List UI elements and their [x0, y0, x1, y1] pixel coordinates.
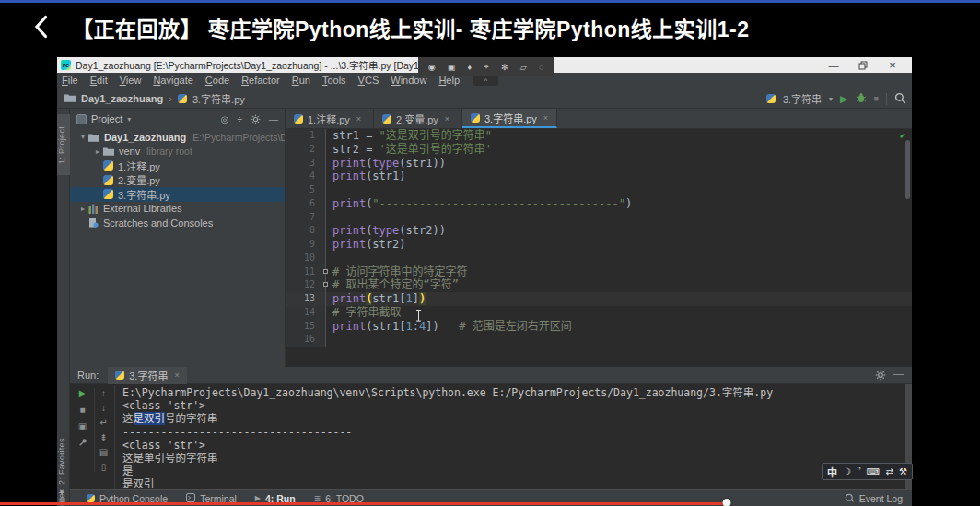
editor-tab-3.字符串.py[interactable]: 3.字符串.py× [462, 109, 557, 128]
rerun-button[interactable]: ▶ [79, 388, 87, 398]
debug-button[interactable] [856, 92, 867, 105]
menu-edit[interactable]: Edit [90, 75, 108, 86]
locate-icon[interactable]: ◎ [221, 114, 229, 124]
stop-button[interactable]: ■ [79, 405, 85, 415]
settings-icon[interactable] [251, 114, 261, 124]
stop-button[interactable]: ■ [874, 94, 879, 103]
code-line-4[interactable]: 4print(str1) [286, 170, 912, 183]
close-icon[interactable]: × [174, 371, 179, 380]
console-output[interactable]: E:\PycharmProjects\Day1_zaozhuang\venv\S… [114, 385, 904, 489]
code-line-16[interactable]: 16 [286, 333, 912, 347]
editor-tab-1.注释.py[interactable]: 1.注释.py× [286, 109, 374, 128]
soft-wrap-button[interactable]: ↵ [99, 418, 107, 428]
run-config-selector[interactable]: 3.字符串 [783, 91, 822, 106]
line-number[interactable]: 15 [286, 320, 326, 334]
menu-navigate[interactable]: Navigate [153, 75, 192, 86]
line-number[interactable]: 2 [286, 143, 326, 157]
line-number[interactable]: 7 [286, 211, 326, 225]
settings-icon[interactable]: ✻ [501, 63, 508, 72]
run-tab[interactable]: 3.字符串 × [108, 367, 186, 384]
tree-arrow-icon[interactable]: ▸ [77, 205, 88, 213]
line-number[interactable]: 12 [286, 278, 326, 292]
ime-keyboard-icon[interactable]: ⌨ [867, 466, 880, 477]
close-icon[interactable]: × [543, 113, 548, 123]
run-button[interactable]: ▶ [840, 93, 847, 105]
code-line-7[interactable]: 7 [286, 211, 912, 225]
settings-gear-icon[interactable] [875, 370, 886, 382]
ime-tools-icon[interactable]: ⚒ [899, 466, 907, 477]
collapse-all-icon[interactable]: ÷ [238, 114, 243, 124]
line-number[interactable]: 8 [286, 224, 326, 238]
ime-switch-icon[interactable]: ⇄ [885, 466, 892, 477]
pin-tab-button[interactable] [78, 438, 88, 447]
code-line-11[interactable]: 11# 访问字符串中的特定字符 [286, 265, 912, 279]
capture-icon[interactable]: ▣ [448, 63, 456, 72]
restore-button[interactable] [849, 57, 877, 73]
line-number[interactable]: 14 [286, 306, 326, 320]
back-button[interactable] [33, 15, 49, 42]
menu-vcs[interactable]: VCS [358, 75, 379, 86]
hide-panel-icon[interactable]: — [269, 114, 278, 124]
code-line-12[interactable]: 12# 取出某个特定的“字符” [286, 278, 912, 292]
code-line-3[interactable]: 3print(type(str1)) [286, 157, 912, 171]
menu-file[interactable]: File [62, 75, 78, 86]
line-number[interactable]: 3 [286, 157, 326, 171]
windows-icon[interactable]: ▱ [520, 63, 527, 72]
tree-arrow-icon[interactable]: ▸ [92, 147, 103, 156]
editor-tab-2.变量.py[interactable]: 2.变量.py× [374, 109, 462, 128]
chevron-down-icon[interactable]: ▾ [127, 115, 131, 124]
tree-arrow-icon[interactable]: ▾ [77, 133, 88, 141]
line-number[interactable]: 16 [286, 333, 326, 347]
video-progress-bar[interactable] [0, 497, 980, 506]
menu-tools[interactable]: Tools [322, 75, 346, 86]
line-number[interactable]: 4 [286, 170, 326, 183]
recorder-overlay-toolbar[interactable]: ◉▣♦⌖✻▱◌ [418, 57, 554, 76]
tree-item-venv[interactable]: ▸venvlibrary root [70, 145, 285, 159]
menu-refactor[interactable]: Refactor [241, 75, 280, 86]
ime-chinese-icon[interactable]: 中 [827, 465, 837, 479]
line-number[interactable]: 9 [286, 238, 326, 252]
code-line-6[interactable]: 6print("--------------------------------… [286, 197, 912, 211]
project-panel-title[interactable]: Project [91, 113, 122, 124]
breadcrumb-project[interactable]: Day1_zaozhuang [81, 93, 163, 104]
line-number[interactable]: 1 [286, 129, 326, 143]
code-editor[interactable]: 1str1 = "这是双引号的字符串"2str2 = '这是单引号的字符串'3p… [286, 129, 912, 367]
code-line-5[interactable]: 5 [286, 183, 912, 197]
code-line-8[interactable]: 8print(type(str2)) [286, 224, 912, 238]
fold-marker-icon[interactable] [323, 269, 328, 274]
hide-panel-button[interactable]: — [893, 368, 904, 379]
search-everywhere-button[interactable] [894, 92, 906, 106]
fold-marker-icon[interactable] [323, 282, 328, 287]
recorder-collapse-tab[interactable]: ^ [473, 76, 498, 86]
code-line-14[interactable]: 14# 字符串截取 [286, 306, 912, 320]
tree-item-1.注释.py[interactable]: 1.注释.py [70, 159, 285, 173]
up-stacktrace-button[interactable]: ↑ [101, 388, 106, 398]
ime-moon-icon[interactable]: ☽ [843, 466, 851, 477]
tree-item-3.字符串.py[interactable]: 3.字符串.py [70, 187, 285, 202]
line-number[interactable]: 13 [286, 292, 326, 306]
breadcrumb-file[interactable]: 3.字符串.py [192, 91, 245, 106]
down-stacktrace-button[interactable]: ↓ [101, 403, 106, 413]
editor-scrollbar[interactable] [905, 140, 910, 199]
microphone-icon[interactable]: ♦ [468, 63, 472, 72]
close-button[interactable]: × [879, 57, 906, 73]
line-number[interactable]: 10 [286, 252, 326, 265]
line-number[interactable]: 6 [286, 197, 326, 211]
line-number[interactable]: 11 [286, 265, 326, 279]
chevron-down-icon[interactable]: ▾ [829, 95, 833, 103]
code-line-2[interactable]: 2str2 = '这是单引号的字符串' [286, 143, 912, 157]
webcam-icon[interactable]: ◉ [428, 63, 436, 72]
tree-item-day1_zaozhuang[interactable]: ▾Day1_zaozhuangE:\PycharmProjects\Day1_z… [70, 130, 285, 145]
close-icon[interactable]: × [445, 114, 449, 124]
ime-punctuation-icon[interactable]: ’’ [857, 466, 860, 477]
close-icon[interactable]: × [356, 114, 361, 124]
menu-view[interactable]: View [120, 75, 142, 86]
clear-all-button[interactable]: ▯ [101, 462, 107, 472]
scroll-to-end-button[interactable]: ⇟ [99, 432, 107, 442]
stripe-project-button[interactable]: 1: Project [57, 114, 70, 175]
power-icon[interactable]: ◌ [539, 63, 543, 72]
minimize-button[interactable]: — [820, 57, 847, 73]
print-button[interactable]: ▤ [99, 447, 108, 457]
tree-item-2.变量.py[interactable]: 2.变量.py [70, 173, 285, 188]
annotate-icon[interactable]: ⌖ [484, 62, 489, 72]
